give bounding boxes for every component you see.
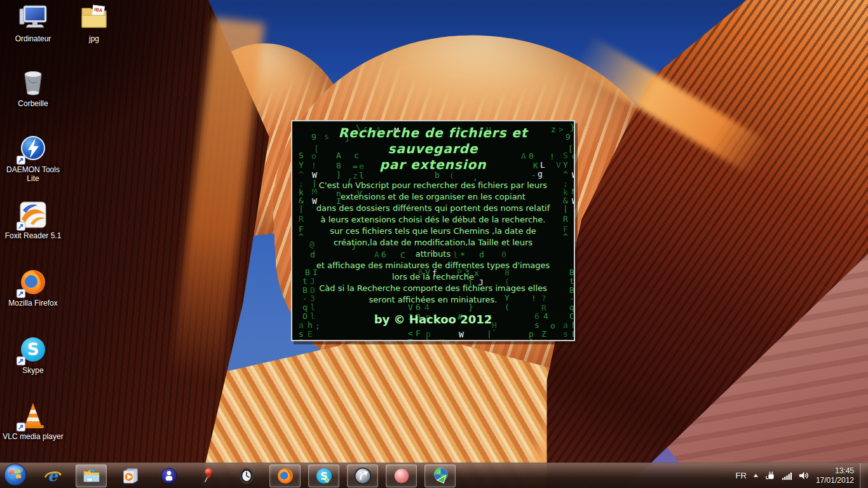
clock-app-icon bbox=[237, 466, 256, 485]
dialog-body-line: à leurs extensions choisi dés le début d… bbox=[292, 214, 574, 226]
desktop-icon-foxit-reader[interactable]: Foxit Reader 5.1 bbox=[3, 200, 64, 240]
desktop-icon-label: Corbeille bbox=[18, 99, 48, 108]
taskbar-button-messenger[interactable] bbox=[153, 464, 184, 487]
skype-icon: S bbox=[315, 466, 334, 485]
show-hidden-icons-button[interactable] bbox=[752, 472, 759, 479]
matrix-glyph: E bbox=[572, 329, 574, 339]
skype-icon: S bbox=[18, 334, 48, 365]
windows-explorer-icon bbox=[82, 466, 101, 485]
matrix-glyph: # bbox=[572, 338, 574, 340]
desktop-icon-label: Ordinateur bbox=[15, 34, 51, 43]
taskbar: eS FR 13:45 17/01/2012 bbox=[0, 463, 868, 488]
taskbar-button-pin-launcher[interactable] bbox=[192, 464, 223, 487]
firefox-icon bbox=[276, 466, 295, 485]
desktop-icon-corbeille[interactable]: Corbeille bbox=[3, 67, 64, 108]
dialog-body-line: sur ces fichiers tels que leurs Chemins … bbox=[292, 226, 574, 237]
tray-clock[interactable]: 13:45 17/01/2012 bbox=[816, 466, 854, 485]
taskbar-buttons: eS bbox=[37, 464, 463, 487]
windows-media-player-icon bbox=[121, 466, 140, 485]
desktop-icon-label: Mozilla Firefox bbox=[8, 299, 57, 308]
matrix-glyph: o bbox=[494, 338, 499, 340]
taskbar-button-skype[interactable]: S bbox=[308, 464, 339, 487]
matrix-glyph: o bbox=[541, 337, 546, 340]
dialog-body-line: Càd si la Recherche comporte des fichier… bbox=[292, 283, 574, 294]
matrix-glyph: F bbox=[416, 329, 421, 338]
desktop-icon-label: DAEMON Tools Lite bbox=[3, 165, 64, 183]
taskbar-button-internet-download-manager[interactable] bbox=[424, 464, 456, 487]
volume-icon[interactable] bbox=[798, 470, 809, 481]
recycle-bin-icon bbox=[18, 67, 48, 98]
firefox-icon bbox=[18, 267, 48, 297]
computer-icon bbox=[18, 3, 48, 33]
taskbar-button-windows-explorer[interactable] bbox=[76, 464, 107, 487]
language-indicator[interactable]: FR bbox=[736, 471, 747, 480]
desktop-icon-mozilla-firefox[interactable]: Mozilla Firefox bbox=[3, 267, 64, 308]
power-plug-icon[interactable] bbox=[765, 470, 776, 481]
dialog-body-line: attributs bbox=[292, 248, 574, 260]
matrix-glyph: = bbox=[416, 337, 421, 340]
desktop-icon-label: VLC media player bbox=[3, 432, 63, 441]
shortcut-arrow-icon bbox=[17, 156, 25, 165]
dialog-credit: by © Hackoo 2012 bbox=[292, 313, 574, 326]
folder-jpg-icon: IBA bbox=[79, 3, 109, 33]
matrix-glyph: T bbox=[408, 337, 413, 340]
taskbar-button-windows-media-player[interactable] bbox=[114, 464, 146, 487]
desktop-icon-label: jpg bbox=[89, 34, 99, 43]
tray-date: 17/01/2012 bbox=[816, 476, 854, 485]
show-desktop-button[interactable] bbox=[860, 463, 868, 488]
desktop-icon-daemon-tools-lite[interactable]: DAEMON Tools Lite bbox=[3, 133, 64, 183]
desktop-icon-skype[interactable]: SSkype bbox=[3, 334, 64, 375]
matrix-glyph: ` bbox=[492, 329, 497, 338]
svg-text:S: S bbox=[27, 340, 39, 359]
hta-window[interactable]: \&4Mk#Uz>}9sj9[[SoAcA0!SoY!8=eKLVY!^W]zl… bbox=[291, 120, 575, 341]
dialog-body-line: et affichage des miniatures de diffrente… bbox=[292, 260, 574, 271]
desktop-icon-label: Foxit Reader 5.1 bbox=[5, 231, 62, 240]
matrix-glyph: l bbox=[426, 337, 431, 340]
dialog-body-line: C'est un Vbscript pour rechercher des fi… bbox=[292, 180, 574, 191]
taskbar-button-red-ball-app[interactable] bbox=[386, 464, 417, 487]
taskbar-button-firefox[interactable] bbox=[269, 464, 301, 487]
daemon-icon bbox=[18, 133, 48, 164]
dialog-title-line2: par extension bbox=[292, 157, 574, 173]
svg-text:e: e bbox=[48, 466, 58, 485]
desktop-icon-ordinateur[interactable]: Ordinateur bbox=[3, 3, 64, 43]
vlc-icon bbox=[18, 400, 48, 431]
dialog-title-line1: Recherche de fichiers et sauvegarde bbox=[292, 125, 574, 157]
pin-launcher-icon bbox=[198, 466, 217, 485]
matrix-glyph: " bbox=[563, 337, 568, 340]
messenger-icon bbox=[159, 466, 179, 485]
start-button[interactable] bbox=[1, 463, 29, 488]
matrix-glyph: ^ bbox=[529, 337, 534, 340]
matrix-glyph: W bbox=[459, 330, 464, 339]
red-ball-app-icon bbox=[392, 466, 411, 485]
dialog-body: C'est un Vbscript pour rechercher des fi… bbox=[292, 180, 574, 306]
dialog-body-line: dans des dossiers différents qui portent… bbox=[292, 203, 574, 214]
matrix-glyph: < bbox=[408, 329, 413, 338]
shortcut-arrow-icon bbox=[17, 423, 25, 431]
shortcut-arrow-icon bbox=[17, 222, 25, 231]
network-signal-icon[interactable] bbox=[782, 470, 792, 481]
desktop-icon-label: Skype bbox=[22, 366, 43, 375]
matrix-glyph: # bbox=[308, 338, 313, 340]
dialog-body-line: lors de la recherche bbox=[292, 271, 574, 283]
svg-text:IBA: IBA bbox=[94, 6, 103, 13]
desktop-icon-jpg[interactable]: IBAjpg bbox=[64, 3, 125, 43]
matrix-glyph: E bbox=[308, 329, 313, 339]
shortcut-arrow-icon bbox=[17, 356, 25, 365]
dialog-body-line: création,la date de modification,la Tail… bbox=[292, 237, 574, 248]
internet-explorer-icon: e bbox=[43, 466, 62, 485]
windows-start-icon bbox=[3, 463, 27, 488]
dialog-body-line: extensions et de les organiser en les co… bbox=[292, 191, 574, 203]
matrix-glyph: " bbox=[299, 337, 304, 340]
taskbar-button-silver-arrow-app[interactable] bbox=[347, 464, 378, 487]
desktop-icon-vlc[interactable]: VLC media player bbox=[3, 400, 64, 441]
silver-arrow-app-icon bbox=[353, 466, 372, 485]
dialog-body-line: seront affichées en miniatures. bbox=[292, 294, 574, 306]
matrix-glyph: w bbox=[487, 337, 492, 340]
matrix-glyph: U bbox=[439, 337, 444, 340]
tray-time: 13:45 bbox=[816, 466, 854, 476]
taskbar-button-clock-app[interactable] bbox=[231, 464, 262, 487]
system-tray: FR 13:45 17/01/2012 bbox=[736, 466, 855, 485]
internet-download-manager-icon bbox=[431, 466, 450, 485]
taskbar-button-internet-explorer[interactable]: e bbox=[37, 464, 68, 487]
